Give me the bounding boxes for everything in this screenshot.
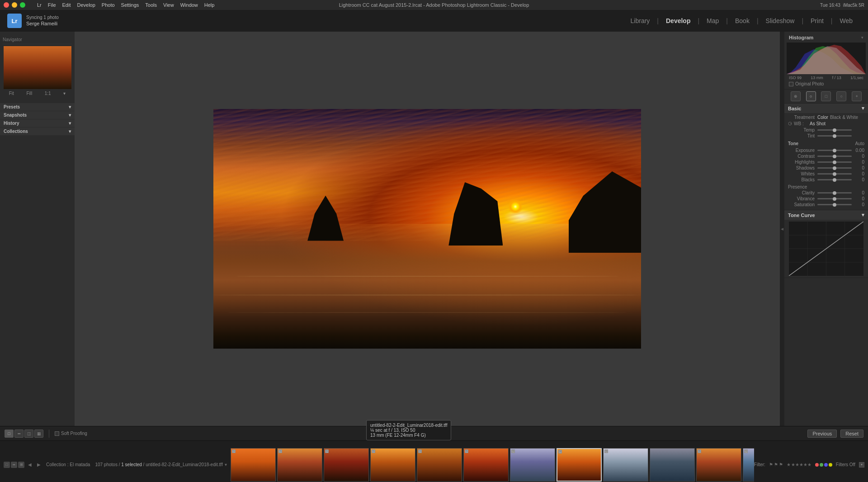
highlights-slider[interactable] — [817, 161, 852, 163]
collection-dropdown[interactable]: ▾ — [225, 462, 227, 467]
film-next-btn[interactable]: ▶ — [35, 461, 42, 468]
film-thumb-12[interactable]: ◱ — [743, 448, 754, 482]
wb-icon: ⚆ — [788, 121, 792, 126]
menu-tools[interactable]: Tools — [142, 2, 160, 8]
soft-proofing-checkbox[interactable] — [55, 431, 59, 436]
film-thumb-11[interactable]: ◱ — [696, 448, 741, 482]
treatment-color[interactable]: Color — [817, 115, 828, 120]
tone-curve-content — [784, 220, 868, 278]
original-photo-checkbox[interactable] — [789, 82, 793, 86]
window-controls[interactable] — [4, 2, 25, 8]
film-compare-btn[interactable]: ▪▪ — [11, 462, 17, 468]
menu-file[interactable]: File — [45, 2, 59, 8]
nav-fill[interactable]: Fill — [26, 91, 32, 96]
menu-help[interactable]: Help — [202, 2, 217, 8]
loupe-view-btn[interactable]: □ — [5, 430, 14, 438]
green-filter[interactable] — [820, 463, 823, 467]
crop-tool[interactable]: ⊕ — [791, 91, 801, 101]
tab-map[interactable]: Map — [700, 17, 725, 24]
selected-file[interactable]: untitled-82-2-Edit_Luminar2018-edit.tff — [146, 462, 222, 467]
previous-button[interactable]: Previous — [807, 430, 837, 438]
presets-header[interactable]: Presets▾ — [0, 103, 75, 111]
yellow-filter[interactable] — [829, 463, 832, 467]
menu-view[interactable]: View — [160, 2, 177, 8]
collection-name: El matada — [70, 462, 90, 467]
clarity-slider[interactable] — [817, 192, 852, 194]
blacks-slider[interactable] — [817, 179, 852, 180]
right-panel: Histogram ▾ ISO 99 13 mm f / 13 1/1,sec … — [784, 32, 868, 426]
film-thumb-3[interactable]: ◱ — [324, 448, 369, 482]
menu-develop[interactable]: Develop — [74, 2, 98, 8]
right-panel-toggle[interactable]: ◀ — [780, 32, 784, 426]
menu-settings[interactable]: Settings — [118, 2, 142, 8]
menu-window[interactable]: Window — [178, 2, 201, 8]
tools-row: ⊕ ○ □ ○ + — [784, 90, 868, 104]
film-thumb-2[interactable]: ◱ — [277, 448, 322, 482]
tab-book[interactable]: Book — [729, 17, 756, 24]
film-thumb-10[interactable] — [650, 448, 695, 482]
tone-curve-header[interactable]: Tone Curve ▾ — [784, 210, 868, 220]
red-eye[interactable]: □ — [821, 91, 831, 101]
nav-zoom[interactable]: ▾ — [63, 91, 66, 96]
nav-1-1[interactable]: 1:1 — [45, 91, 51, 96]
tab-web[interactable]: Web — [833, 17, 859, 24]
snapshots-header[interactable]: Snapshots▾ — [0, 111, 75, 119]
film-thumb-5[interactable]: ◱ — [417, 448, 462, 482]
compare-view-btn[interactable]: ▪▪ — [14, 430, 24, 438]
film-thumb-1[interactable]: ◱ — [231, 448, 276, 482]
flag-icon[interactable]: ⚑ — [769, 462, 773, 467]
temp-slider[interactable] — [817, 129, 852, 131]
contrast-slider[interactable] — [817, 156, 852, 157]
minimize-button[interactable] — [12, 2, 17, 8]
grid-view-btn[interactable]: ▦ — [34, 430, 43, 438]
spot-removal[interactable]: ○ — [806, 91, 816, 101]
shadows-label: Shadows — [788, 165, 817, 170]
menu-edit[interactable]: Edit — [60, 2, 74, 8]
survey-view-btn[interactable]: ◫ — [24, 430, 33, 438]
menu-lightroom[interactable]: Lr — [34, 2, 44, 8]
tab-slideshow[interactable]: Slideshow — [760, 17, 801, 24]
film-thumb-6[interactable]: ◱ — [463, 448, 509, 482]
flag-icon-3[interactable]: ⚑ — [779, 462, 783, 467]
history-header[interactable]: History▾ — [0, 119, 75, 127]
film-thumb-7[interactable]: ◱ — [510, 448, 555, 482]
film-loupe-btn[interactable]: □ — [4, 462, 10, 468]
saturation-slider[interactable] — [817, 204, 852, 205]
wb-value[interactable]: As Shot — [810, 121, 826, 126]
graduated-filter[interactable]: ○ — [836, 91, 846, 101]
reset-button[interactable]: Reset — [840, 430, 863, 438]
film-prev-btn[interactable]: ◀ — [26, 461, 33, 468]
tab-develop[interactable]: Develop — [660, 17, 697, 24]
film-grid-btn[interactable]: ⊞ — [18, 462, 24, 468]
tone-auto-btn[interactable]: Auto — [855, 141, 864, 146]
exposure-slider[interactable] — [817, 150, 852, 151]
thumb-bg — [278, 449, 322, 481]
tab-library[interactable]: Library — [624, 17, 656, 24]
red-filter[interactable] — [815, 463, 819, 467]
shadows-slider[interactable] — [817, 167, 852, 169]
close-button[interactable] — [4, 2, 9, 8]
film-thumb-9[interactable]: ◱ — [603, 448, 648, 482]
star-filter-icon[interactable]: ★ — [787, 462, 791, 467]
filmstrip-expand-btn[interactable]: ▾ — [859, 462, 864, 468]
original-photo-row: Original Photo — [786, 80, 866, 87]
maximize-button[interactable] — [20, 2, 25, 8]
histogram-collapse[interactable]: ▾ — [861, 35, 863, 40]
blue-filter[interactable] — [824, 463, 828, 467]
menu-photo[interactable]: Photo — [99, 2, 118, 8]
whites-slider[interactable] — [817, 173, 852, 175]
vibrance-slider[interactable] — [817, 198, 852, 199]
treatment-bw[interactable]: Black & White — [830, 115, 858, 120]
nav-fit[interactable]: Fit — [9, 91, 14, 96]
flag-icon-2[interactable]: ⚑ — [774, 462, 778, 467]
radial-filter[interactable]: + — [852, 91, 862, 101]
collections-header[interactable]: Collections▾ — [0, 128, 75, 135]
tint-slider[interactable] — [817, 135, 852, 137]
star-rating-filter: ★ ★★★★★ — [787, 462, 811, 467]
film-thumb-4[interactable]: ◱ — [370, 448, 415, 482]
right-panel-scroll[interactable]: Basic ▾ Treatment Color Black & White ⚆ — [784, 104, 868, 426]
basic-panel-header[interactable]: Basic ▾ — [784, 104, 868, 113]
film-thumb-8-selected[interactable]: ◱ untitled-82-2-Edit_Luminar2018-edit.tf… — [557, 448, 602, 482]
tab-print[interactable]: Print — [804, 17, 830, 24]
hist-focal: 13 mm — [811, 76, 823, 80]
